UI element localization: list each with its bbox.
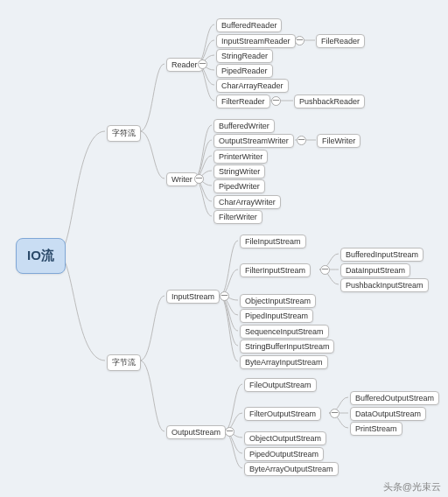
char-stream-node[interactable]: 字符流 [107, 125, 141, 142]
filterwriter-node[interactable]: FilterWriter [214, 210, 262, 224]
expand-icon[interactable] [220, 291, 229, 301]
expand-icon[interactable] [198, 60, 207, 69]
watermark-text: 头条@光束云 [383, 480, 441, 494]
pipedinputstream-node[interactable]: PipedInputStream [240, 309, 313, 323]
filteroutputstream-node[interactable]: FilterOutputStream [244, 407, 321, 421]
stringwriter-node[interactable]: StringWriter [214, 164, 265, 178]
mindmap-canvas: IO流 字符流 字节流 Reader Writer InputStream Ou… [0, 0, 448, 497]
stringbufferinputstream-node[interactable]: StringBufferInputStream [240, 340, 334, 354]
filewriter-node[interactable]: FileWriter [317, 134, 360, 148]
root-node[interactable]: IO流 [16, 238, 66, 274]
bytearrayoutputstream-node[interactable]: ByteArrayOutputStream [244, 462, 339, 476]
dataoutputstream-node[interactable]: DataOutputStream [350, 407, 426, 421]
fileoutputstream-node[interactable]: FileOutputStream [244, 378, 317, 392]
datainputstream-node[interactable]: DataInputStream [340, 263, 410, 277]
pushbackreader-node[interactable]: PushbackReader [294, 94, 365, 108]
printstream-node[interactable]: PrintStream [350, 422, 402, 436]
bytearrayinputstream-node[interactable]: ByteArrayInputStream [240, 355, 328, 369]
pushbackinputstream-node[interactable]: PushbackInputStream [340, 278, 429, 292]
bufferedwriter-node[interactable]: BufferedWriter [214, 119, 275, 133]
objectinputstream-node[interactable]: ObjectInputStream [240, 294, 316, 308]
sequenceinputstream-node[interactable]: SequenceInputStream [240, 325, 329, 339]
pipedoutputstream-node[interactable]: PipedOutputStream [244, 447, 324, 461]
expand-icon[interactable] [320, 265, 330, 275]
inputstream-node[interactable]: InputStream [166, 290, 220, 304]
printerwriter-node[interactable]: PrinterWriter [214, 150, 268, 164]
filterreader-node[interactable]: FilterReader [216, 94, 270, 108]
expand-icon[interactable] [194, 174, 204, 184]
bufferedoutputstream-node[interactable]: BufferedOutputStream [350, 391, 439, 405]
outputstreamwriter-node[interactable]: OutputStreamWriter [214, 134, 294, 148]
expand-icon[interactable] [295, 36, 304, 46]
expand-icon[interactable] [271, 96, 281, 106]
objectoutputstream-node[interactable]: ObjectOutputStream [244, 431, 326, 445]
expand-icon[interactable] [330, 409, 340, 418]
pipedwriter-node[interactable]: PipedWriter [214, 179, 265, 193]
chararraywriter-node[interactable]: CharArrayWriter [214, 195, 281, 209]
filereader-node[interactable]: FileReader [316, 34, 365, 48]
expand-icon[interactable] [225, 427, 234, 437]
expand-icon[interactable] [297, 136, 306, 145]
byte-stream-node[interactable]: 字节流 [107, 354, 141, 371]
fileinputstream-node[interactable]: FileInputStream [240, 234, 306, 248]
bufferedinputstream-node[interactable]: BufferedInputStream [340, 248, 424, 262]
chararrayreader-node[interactable]: CharArrayReader [216, 79, 289, 93]
pipedreader-node[interactable]: PipedReader [216, 64, 273, 78]
buffered-reader-node[interactable]: BufferedReader [216, 18, 282, 32]
outputstream-node[interactable]: OutputStream [166, 425, 226, 439]
filterinputstream-node[interactable]: FilterInputStream [240, 263, 311, 277]
stringreader-node[interactable]: StringReader [216, 49, 273, 63]
inputstreamreader-node[interactable]: InputStreamReader [216, 34, 296, 48]
writer-node[interactable]: Writer [166, 172, 198, 186]
